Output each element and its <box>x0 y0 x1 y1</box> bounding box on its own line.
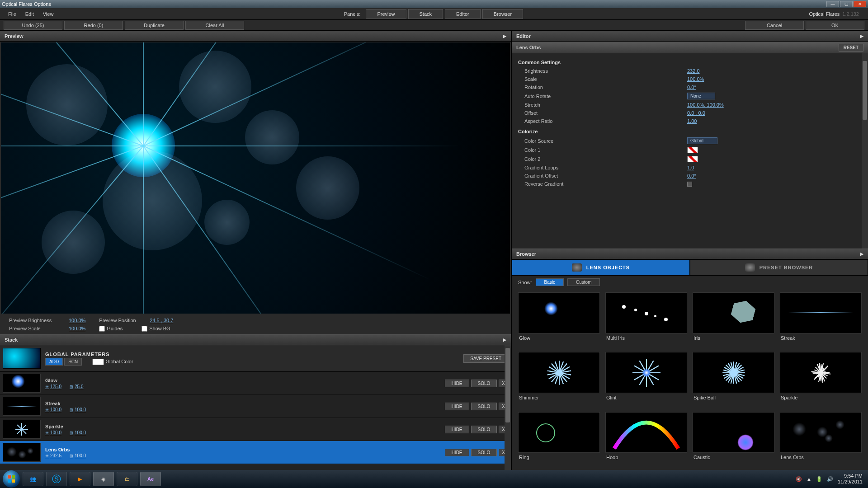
browser-collapse-icon[interactable]: ▶ <box>860 252 863 256</box>
stack-item-brightness[interactable]: ☀125.0 <box>45 384 61 389</box>
tray-icon-4[interactable]: 🔊 <box>827 476 833 482</box>
stack-item-scale[interactable]: ⊞100.0 <box>70 430 86 435</box>
stack-item-brightness[interactable]: ☀232.5 <box>45 453 61 458</box>
editor-header: Editor ▶ <box>512 31 868 42</box>
stack-item-scale[interactable]: ⊞100.0 <box>70 407 86 412</box>
panel-tab-preview[interactable]: Preview <box>366 9 406 19</box>
stretch-value[interactable]: 100.0%, 100.0% <box>687 102 724 108</box>
stack-item-thumbnail[interactable] <box>3 420 41 439</box>
taskbar-app-1[interactable]: 👥 <box>23 472 43 486</box>
panel-tab-editor[interactable]: Editor <box>445 9 481 19</box>
browser-item[interactable]: Shimmer <box>518 352 600 406</box>
taskbar-app-media[interactable]: ▶ <box>70 472 90 486</box>
browser-item[interactable]: Streak <box>780 292 862 347</box>
stack-item-brightness[interactable]: ☀100.0 <box>45 407 61 412</box>
undo-button[interactable]: Undo (25) <box>4 21 62 30</box>
window-minimize-button[interactable]: — <box>826 1 839 7</box>
window-close-button[interactable]: ✕ <box>854 1 866 7</box>
revgrad-checkbox[interactable] <box>687 182 692 187</box>
solo-button[interactable]: SOLO <box>471 449 497 456</box>
taskbar-app-skype[interactable]: Ⓢ <box>46 472 67 486</box>
stack-item[interactable]: Streak ☀100.0 ⊞100.0 HIDE SOLO X <box>0 395 511 418</box>
scn-button[interactable]: SCN <box>64 358 82 366</box>
browser-item[interactable]: Multi Iris <box>605 292 687 347</box>
stack-item-thumbnail[interactable] <box>3 443 41 462</box>
menu-edit[interactable]: Edit <box>21 9 38 19</box>
stack-item-brightness[interactable]: ☀100.0 <box>45 430 61 435</box>
gradoffset-value[interactable]: 0.0° <box>687 173 696 178</box>
autorotate-select[interactable]: None <box>687 93 715 99</box>
color1-swatch[interactable] <box>687 147 698 153</box>
hide-button[interactable]: HIDE <box>445 380 469 387</box>
solo-button[interactable]: SOLO <box>471 380 497 387</box>
hide-button[interactable]: HIDE <box>445 426 469 433</box>
lens-objects-tab[interactable]: LENS OBJECTS <box>512 259 690 276</box>
menu-file[interactable]: File <box>4 9 21 19</box>
browser-item[interactable]: Sparkle <box>780 352 862 406</box>
duplicate-button[interactable]: Duplicate <box>125 21 184 30</box>
stack-item[interactable]: Sparkle ☀100.0 ⊞100.0 HIDE SOLO X <box>0 418 511 441</box>
brightness-value[interactable]: 232.0 <box>687 68 700 74</box>
preset-browser-tab[interactable]: PRESET BROWSER <box>690 259 868 276</box>
save-preset-button[interactable]: SAVE PRESET <box>463 354 508 363</box>
browser-item[interactable]: Caustic <box>693 412 774 466</box>
window-maximize-button[interactable]: ▢ <box>840 1 853 7</box>
ok-button[interactable]: OK <box>806 21 864 30</box>
panel-tab-stack[interactable]: Stack <box>408 9 443 19</box>
browser-item[interactable]: Lens Orbs <box>780 412 862 466</box>
scale-value[interactable]: 100.0% <box>687 76 704 82</box>
hide-button[interactable]: HIDE <box>445 449 469 456</box>
tray-icon-3[interactable]: 🔋 <box>816 476 822 482</box>
taskbar-app-ae[interactable]: Ae <box>140 472 161 486</box>
tray-icon-2[interactable]: ▲ <box>807 476 811 482</box>
redo-button[interactable]: Redo (0) <box>64 21 123 30</box>
preview-canvas[interactable] <box>1 42 510 314</box>
preview-position-value[interactable]: 24.5 , 30.7 <box>150 318 173 323</box>
aspect-value[interactable]: 1.00 <box>687 118 697 124</box>
offset-value[interactable]: 0.0 , 0.0 <box>687 110 705 116</box>
preview-scale-value[interactable]: 100.0% <box>69 326 85 331</box>
gradloops-value[interactable]: 1.0 <box>687 165 694 170</box>
tray-icon-1[interactable]: 🔇 <box>796 476 802 482</box>
browser-item[interactable]: Glint <box>605 352 687 406</box>
custom-filter-button[interactable]: Custom <box>567 278 600 286</box>
browser-item[interactable]: Iris <box>693 292 774 347</box>
browser-item[interactable]: Spike Ball <box>693 352 774 406</box>
add-button[interactable]: ADD <box>45 358 63 366</box>
editor-scrollbar[interactable] <box>862 53 868 249</box>
preview-brightness-value[interactable]: 100.0% <box>69 318 85 323</box>
tray-clock[interactable]: 9:54 PM 11/29/2011 <box>838 473 863 485</box>
taskbar-app-explorer[interactable]: 🗀 <box>117 472 137 486</box>
hide-button[interactable]: HIDE <box>445 403 469 410</box>
reset-button[interactable]: RESET <box>839 44 863 52</box>
showbg-checkbox[interactable] <box>142 326 147 332</box>
taskbar-app-chrome[interactable]: ◉ <box>93 472 114 486</box>
stack-item[interactable]: Glow ☀125.0 ⊞25.0 HIDE SOLO X <box>0 372 511 395</box>
browser-item[interactable]: Glow <box>518 292 600 347</box>
stack-scrollbar[interactable] <box>505 345 511 470</box>
stack-item-thumbnail[interactable] <box>3 397 41 416</box>
panel-tab-browser[interactable]: Browser <box>482 9 523 19</box>
clear-all-button[interactable]: Clear All <box>185 21 244 30</box>
solo-button[interactable]: SOLO <box>471 426 497 433</box>
start-button[interactable] <box>3 470 20 488</box>
rotation-value[interactable]: 0.0° <box>687 84 696 90</box>
stack-collapse-icon[interactable]: ▶ <box>503 338 506 342</box>
solo-button[interactable]: SOLO <box>471 403 497 410</box>
cancel-button[interactable]: Cancel <box>745 21 804 30</box>
preview-collapse-icon[interactable]: ▶ <box>503 34 506 38</box>
stack-item-scale[interactable]: ⊞25.0 <box>70 384 83 389</box>
browser-item[interactable]: Ring <box>518 412 600 466</box>
browser-item[interactable]: Hoop <box>605 412 687 466</box>
guides-checkbox[interactable] <box>99 326 105 332</box>
stack-item-scale[interactable]: ⊞100.0 <box>70 453 86 458</box>
color2-swatch[interactable] <box>687 156 698 162</box>
global-color-swatch[interactable] <box>92 359 104 365</box>
global-thumbnail[interactable] <box>3 348 41 369</box>
menu-view[interactable]: View <box>38 9 58 19</box>
editor-collapse-icon[interactable]: ▶ <box>860 34 863 38</box>
stack-item-thumbnail[interactable] <box>3 374 41 393</box>
colorsource-select[interactable]: Global <box>687 137 717 144</box>
basic-filter-button[interactable]: Basic <box>536 278 564 286</box>
stack-item[interactable]: Lens Orbs ☀232.5 ⊞100.0 HIDE SOLO X <box>0 441 511 464</box>
